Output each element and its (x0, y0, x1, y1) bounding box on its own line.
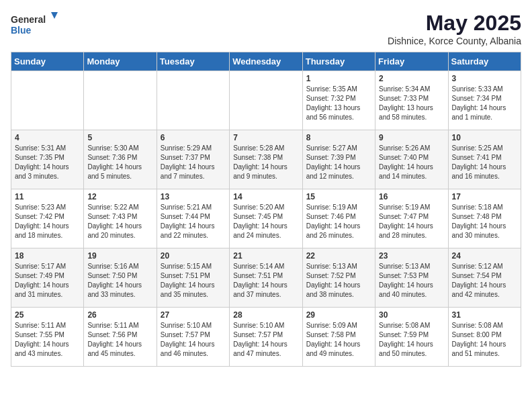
day-info: Sunrise: 5:20 AMSunset: 7:45 PMDaylight:… (233, 203, 298, 240)
calendar-cell: 30Sunrise: 5:08 AMSunset: 7:59 PMDayligh… (375, 308, 448, 367)
calendar-cell (230, 71, 302, 130)
day-number: 25 (15, 310, 80, 320)
day-number: 29 (306, 310, 371, 320)
calendar-cell: 16Sunrise: 5:19 AMSunset: 7:47 PMDayligh… (375, 189, 448, 248)
calendar-cell (11, 71, 84, 130)
header-row: SundayMondayTuesdayWednesdayThursdayFrid… (11, 52, 521, 71)
day-info: Sunrise: 5:11 AMSunset: 7:56 PMDaylight:… (87, 321, 152, 359)
day-number: 4 (15, 133, 80, 142)
day-info: Sunrise: 5:31 AMSunset: 7:35 PMDaylight:… (15, 144, 80, 181)
calendar-cell: 31Sunrise: 5:08 AMSunset: 8:00 PMDayligh… (448, 308, 521, 367)
day-number: 20 (161, 251, 226, 261)
day-info: Sunrise: 5:23 AMSunset: 7:42 PMDaylight:… (15, 203, 80, 240)
title-block: May 2025 Dishnice, Korce County, Albania (388, 11, 521, 46)
day-info: Sunrise: 5:13 AMSunset: 7:52 PMDaylight:… (306, 262, 371, 300)
day-info: Sunrise: 5:33 AMSunset: 7:34 PMDaylight:… (452, 85, 517, 122)
day-number: 27 (161, 310, 226, 320)
calendar-cell: 18Sunrise: 5:17 AMSunset: 7:49 PMDayligh… (11, 248, 84, 308)
month-title: May 2025 (388, 11, 521, 36)
week-row-3: 11Sunrise: 5:23 AMSunset: 7:42 PMDayligh… (11, 189, 521, 248)
day-number: 5 (87, 133, 152, 142)
day-number: 24 (452, 251, 517, 261)
day-number: 7 (233, 133, 298, 142)
calendar-cell: 12Sunrise: 5:22 AMSunset: 7:43 PMDayligh… (84, 189, 157, 248)
page-header: GeneralBlue May 2025 Dishnice, Korce Cou… (11, 11, 521, 46)
calendar-cell: 8Sunrise: 5:27 AMSunset: 7:39 PMDaylight… (302, 130, 375, 189)
day-info: Sunrise: 5:34 AMSunset: 7:33 PMDaylight:… (379, 85, 444, 122)
header-monday: Monday (84, 52, 157, 71)
day-info: Sunrise: 5:35 AMSunset: 7:32 PMDaylight:… (306, 85, 371, 122)
calendar-cell (157, 71, 229, 130)
day-info: Sunrise: 5:29 AMSunset: 7:37 PMDaylight:… (161, 144, 226, 181)
week-row-1: 1Sunrise: 5:35 AMSunset: 7:32 PMDaylight… (11, 71, 521, 130)
day-info: Sunrise: 5:28 AMSunset: 7:38 PMDaylight:… (233, 144, 298, 181)
calendar-cell: 9Sunrise: 5:26 AMSunset: 7:40 PMDaylight… (375, 130, 448, 189)
day-number: 13 (161, 192, 226, 201)
day-info: Sunrise: 5:18 AMSunset: 7:48 PMDaylight:… (452, 203, 517, 240)
header-sunday: Sunday (11, 52, 84, 71)
calendar-cell: 29Sunrise: 5:09 AMSunset: 7:58 PMDayligh… (302, 308, 375, 367)
calendar-cell: 6Sunrise: 5:29 AMSunset: 7:37 PMDaylight… (157, 130, 229, 189)
day-info: Sunrise: 5:15 AMSunset: 7:51 PMDaylight:… (161, 262, 226, 300)
day-info: Sunrise: 5:19 AMSunset: 7:47 PMDaylight:… (379, 203, 444, 240)
day-number: 21 (233, 251, 298, 261)
day-number: 8 (306, 133, 371, 142)
header-thursday: Thursday (302, 52, 375, 71)
day-info: Sunrise: 5:19 AMSunset: 7:46 PMDaylight:… (306, 203, 371, 240)
day-number: 15 (306, 192, 371, 201)
calendar-cell (84, 71, 157, 130)
day-info: Sunrise: 5:08 AMSunset: 8:00 PMDaylight:… (452, 321, 517, 359)
day-info: Sunrise: 5:14 AMSunset: 7:51 PMDaylight:… (233, 262, 298, 300)
calendar-cell: 11Sunrise: 5:23 AMSunset: 7:42 PMDayligh… (11, 189, 84, 248)
day-info: Sunrise: 5:13 AMSunset: 7:53 PMDaylight:… (379, 262, 444, 300)
day-number: 6 (161, 133, 226, 142)
day-number: 30 (379, 310, 444, 320)
svg-text:General: General (11, 14, 46, 25)
calendar-cell: 14Sunrise: 5:20 AMSunset: 7:45 PMDayligh… (230, 189, 302, 248)
day-number: 18 (15, 251, 80, 261)
calendar-cell: 1Sunrise: 5:35 AMSunset: 7:32 PMDaylight… (302, 71, 375, 130)
calendar-cell: 26Sunrise: 5:11 AMSunset: 7:56 PMDayligh… (84, 308, 157, 367)
calendar-cell: 25Sunrise: 5:11 AMSunset: 7:55 PMDayligh… (11, 308, 84, 367)
header-friday: Friday (375, 52, 448, 71)
week-row-2: 4Sunrise: 5:31 AMSunset: 7:35 PMDaylight… (11, 130, 521, 189)
day-number: 11 (15, 192, 80, 201)
calendar-cell: 15Sunrise: 5:19 AMSunset: 7:46 PMDayligh… (302, 189, 375, 248)
day-info: Sunrise: 5:09 AMSunset: 7:58 PMDaylight:… (306, 321, 371, 359)
day-info: Sunrise: 5:08 AMSunset: 7:59 PMDaylight:… (379, 321, 444, 359)
calendar-cell: 7Sunrise: 5:28 AMSunset: 7:38 PMDaylight… (230, 130, 302, 189)
calendar-cell: 27Sunrise: 5:10 AMSunset: 7:57 PMDayligh… (157, 308, 229, 367)
day-info: Sunrise: 5:22 AMSunset: 7:43 PMDaylight:… (87, 203, 152, 240)
day-info: Sunrise: 5:26 AMSunset: 7:40 PMDaylight:… (379, 144, 444, 181)
day-info: Sunrise: 5:30 AMSunset: 7:36 PMDaylight:… (87, 144, 152, 181)
day-number: 28 (233, 310, 298, 320)
calendar-cell: 17Sunrise: 5:18 AMSunset: 7:48 PMDayligh… (448, 189, 521, 248)
day-info: Sunrise: 5:10 AMSunset: 7:57 PMDaylight:… (161, 321, 226, 359)
header-tuesday: Tuesday (157, 52, 229, 71)
day-number: 26 (87, 310, 152, 320)
day-info: Sunrise: 5:17 AMSunset: 7:49 PMDaylight:… (15, 262, 80, 300)
day-info: Sunrise: 5:25 AMSunset: 7:41 PMDaylight:… (452, 144, 517, 181)
day-info: Sunrise: 5:27 AMSunset: 7:39 PMDaylight:… (306, 144, 371, 181)
calendar-cell: 19Sunrise: 5:16 AMSunset: 7:50 PMDayligh… (84, 248, 157, 308)
day-info: Sunrise: 5:16 AMSunset: 7:50 PMDaylight:… (87, 262, 152, 300)
week-row-5: 25Sunrise: 5:11 AMSunset: 7:55 PMDayligh… (11, 308, 521, 367)
header-wednesday: Wednesday (230, 52, 302, 71)
calendar-cell: 10Sunrise: 5:25 AMSunset: 7:41 PMDayligh… (448, 130, 521, 189)
calendar-cell: 3Sunrise: 5:33 AMSunset: 7:34 PMDaylight… (448, 71, 521, 130)
week-row-4: 18Sunrise: 5:17 AMSunset: 7:49 PMDayligh… (11, 248, 521, 308)
day-number: 10 (452, 133, 517, 142)
logo: GeneralBlue (11, 11, 58, 38)
calendar-cell: 23Sunrise: 5:13 AMSunset: 7:53 PMDayligh… (375, 248, 448, 308)
logo-svg: GeneralBlue (11, 11, 58, 38)
svg-marker-1 (51, 12, 58, 19)
calendar-cell: 22Sunrise: 5:13 AMSunset: 7:52 PMDayligh… (302, 248, 375, 308)
day-info: Sunrise: 5:12 AMSunset: 7:54 PMDaylight:… (452, 262, 517, 300)
location-subtitle: Dishnice, Korce County, Albania (388, 36, 521, 46)
calendar-cell: 24Sunrise: 5:12 AMSunset: 7:54 PMDayligh… (448, 248, 521, 308)
day-info: Sunrise: 5:11 AMSunset: 7:55 PMDaylight:… (15, 321, 80, 359)
day-number: 17 (452, 192, 517, 201)
calendar-cell: 21Sunrise: 5:14 AMSunset: 7:51 PMDayligh… (230, 248, 302, 308)
calendar-cell: 5Sunrise: 5:30 AMSunset: 7:36 PMDaylight… (84, 130, 157, 189)
day-number: 2 (379, 74, 444, 83)
